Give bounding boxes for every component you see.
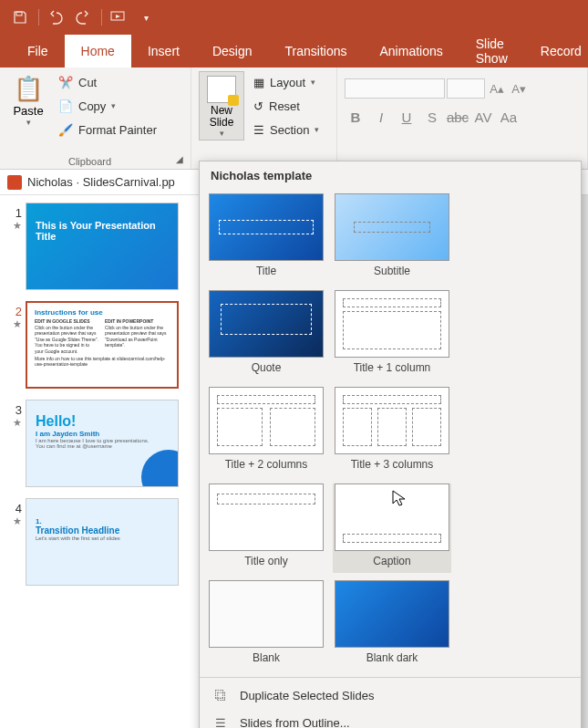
reset-icon: ↺ [253,99,263,113]
present-icon[interactable] [106,5,131,30]
tab-design[interactable]: Design [196,35,269,68]
change-case-button[interactable]: Aa [498,106,520,128]
tab-transitions[interactable]: Transitions [269,35,364,68]
font-family-input[interactable] [345,78,445,99]
slide-thumbnails-panel[interactable]: 1★ This is Your Presentation Title 2★ In… [0,195,201,728]
tab-insert[interactable]: Insert [131,35,196,68]
tab-file[interactable]: File [11,35,65,68]
undo-icon[interactable] [43,5,68,30]
clipboard-group-label: Clipboard [0,156,180,167]
underline-button[interactable]: U [396,106,418,128]
layout-subtitle[interactable]: Subtitle [333,193,451,283]
layout-icon: ▦ [253,76,264,89]
section-icon: ☰ [253,123,264,137]
reset-button[interactable]: ↺Reset [248,95,325,117]
layout-blank[interactable]: Blank [207,580,325,670]
tab-record[interactable]: Record [524,35,588,68]
ribbon: 📋 Paste ▾ ✂️Cut 📄Copy▾ 🖌️Format Painter … [0,68,588,170]
quick-access-toolbar: ▾ [0,0,588,35]
strike-button[interactable]: abc [447,106,469,128]
qat-dropdown-icon[interactable]: ▾ [133,5,159,30]
redo-icon[interactable] [70,5,96,30]
slide-thumb-4[interactable]: 4★ 1. Transition Headline Let's start wi… [5,498,194,586]
document-title: Nicholas · SlidesCarnival.pp [27,175,175,189]
layout-title-1col[interactable]: Title + 1 column [333,290,451,380]
powerpoint-doc-icon [7,175,22,190]
tab-slideshow[interactable]: Slide Show [459,35,524,68]
duplicate-icon: ⿻ [212,687,229,703]
section-button[interactable]: ☰Section▾ [248,119,325,140]
new-slide-icon [207,76,236,103]
increase-font-icon[interactable]: A▴ [487,78,507,99]
layout-button[interactable]: ▦Layout▾ [248,71,325,93]
cut-icon: ✂️ [58,76,73,89]
slide-thumb-2[interactable]: 2★ Instructions for use EDIT IN GOOGLE S… [5,301,194,389]
font-size-input[interactable] [447,78,485,99]
char-spacing-button[interactable]: AV [472,106,494,128]
outline-icon: ☰ [212,714,229,728]
cursor-icon [392,490,407,506]
paste-button[interactable]: 📋 Paste ▾ [7,71,49,140]
slide-star-icon: ★ [5,318,22,330]
clipboard-dialog-launcher-icon[interactable]: ◢ [176,154,189,167]
shadow-button[interactable]: S [421,106,443,128]
copy-icon: 📄 [58,99,73,113]
layout-title[interactable]: Title [207,193,325,283]
slides-group: New Slide ▾ ▦Layout▾ ↺Reset ☰Section▾ [191,68,337,169]
tab-home[interactable]: Home [65,35,131,68]
layout-title-2col[interactable]: Title + 2 columns [207,387,325,476]
cut-button[interactable]: ✂️Cut [53,71,162,93]
bold-button[interactable]: B [345,106,366,128]
new-slide-button[interactable]: New Slide ▾ [199,71,244,140]
gallery-title: Nicholas template [200,161,581,190]
slide-star-icon: ★ [5,417,22,429]
ribbon-tabs: File Home Insert Design Transitions Anim… [0,35,588,68]
layout-quote[interactable]: Quote [207,290,325,380]
copy-button[interactable]: 📄Copy▾ [53,95,162,117]
svg-rect-0 [16,12,22,16]
format-painter-icon: 🖌️ [58,123,73,137]
slide-star-icon: ★ [5,220,22,232]
slide-thumb-3[interactable]: 3★ Hello! I am Jayden Smith I am here be… [5,400,194,487]
decrease-font-icon[interactable]: A▾ [509,78,529,99]
layout-title-3col[interactable]: Title + 3 columns [333,387,451,476]
layout-title-only[interactable]: Title only [207,484,325,573]
new-slide-layout-gallery: Nicholas template Title Subtitle Quote T… [199,161,582,728]
clipboard-group: 📋 Paste ▾ ✂️Cut 📄Copy▾ 🖌️Format Painter … [0,68,191,169]
gallery-footer: ⿻Duplicate Selected Slides ☰Slides from … [200,677,581,728]
tab-animations[interactable]: Animations [363,35,459,68]
paste-icon: 📋 [14,73,43,104]
italic-button[interactable]: I [370,106,392,128]
layout-blank-dark[interactable]: Blank dark [333,580,451,670]
format-painter-button[interactable]: 🖌️Format Painter [53,119,162,140]
slides-from-outline-menuitem[interactable]: ☰Slides from Outline... [200,709,581,728]
slide-thumb-1[interactable]: 1★ This is Your Presentation Title [5,203,194,290]
slide-star-icon: ★ [5,515,22,527]
duplicate-slides-menuitem[interactable]: ⿻Duplicate Selected Slides [200,681,581,709]
font-group: A▴ A▾ B I U S abc AV Aa [337,68,588,169]
save-icon[interactable] [7,5,33,30]
